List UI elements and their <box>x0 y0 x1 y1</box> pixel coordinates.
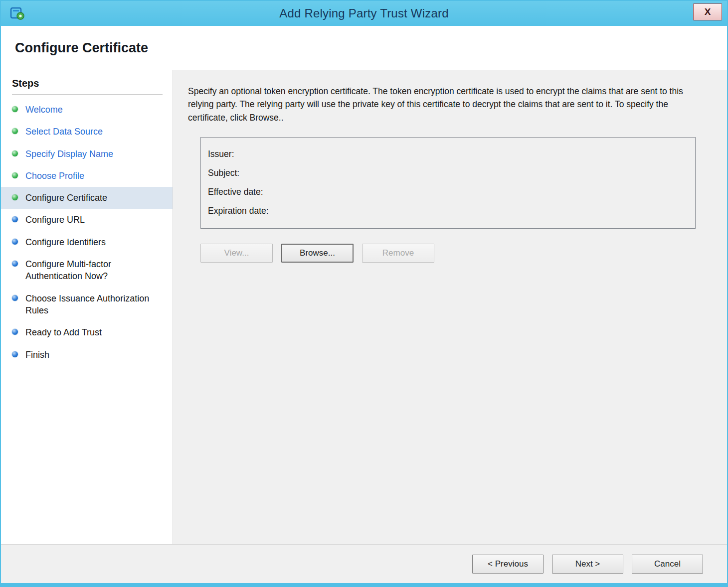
steps-heading: Steps <box>12 78 163 95</box>
sidebar-item-choose-issuance-rules: Choose Issuance Authorization Rules <box>1 288 173 322</box>
sidebar-item-configure-mfa: Configure Multi-factor Authentication No… <box>1 253 173 288</box>
step-label: Welcome <box>25 104 63 116</box>
certificate-details-box: Issuer: Subject: Effective date: Expirat… <box>200 137 696 229</box>
sidebar-item-select-data-source[interactable]: Select Data Source <box>1 121 173 143</box>
certificate-field-issuer: Issuer: <box>208 145 688 163</box>
page-title: Configure Certificate <box>15 40 148 56</box>
field-label: Expiration date: <box>208 201 269 220</box>
step-label: Ready to Add Trust <box>25 326 102 338</box>
step-label: Choose Profile <box>25 170 84 182</box>
sidebar-item-configure-identifiers: Configure Identifiers <box>1 231 173 253</box>
step-todo-bullet-icon <box>12 329 18 335</box>
title-bar: Add Relying Party Trust Wizard X <box>1 1 727 26</box>
step-todo-bullet-icon <box>12 261 18 267</box>
sidebar-item-configure-url: Configure URL <box>1 209 173 231</box>
close-button[interactable]: X <box>693 3 722 20</box>
step-label: Select Data Source <box>25 126 103 138</box>
step-label: Configure Multi-factor Authentication No… <box>25 258 150 283</box>
step-done-bullet-icon <box>12 172 18 178</box>
step-todo-bullet-icon <box>12 351 18 357</box>
sidebar-item-ready-to-add-trust: Ready to Add Trust <box>1 321 173 343</box>
certificate-actions: View... Browse... Remove <box>200 244 697 263</box>
wizard-icon <box>10 6 25 21</box>
step-label: Choose Issuance Authorization Rules <box>25 293 150 317</box>
next-button[interactable]: Next > <box>552 555 623 574</box>
browse-button[interactable]: Browse... <box>281 244 354 263</box>
cancel-button[interactable]: Cancel <box>632 555 703 574</box>
sidebar-item-specify-display-name[interactable]: Specify Display Name <box>1 143 173 165</box>
remove-button[interactable]: Remove <box>362 244 434 263</box>
step-done-bullet-icon <box>12 106 18 112</box>
certificate-field-expiration-date: Expiration date: <box>208 201 688 220</box>
step-todo-bullet-icon <box>12 295 18 301</box>
step-todo-bullet-icon <box>12 216 18 222</box>
view-button[interactable]: View... <box>200 244 273 263</box>
instruction-text: Specify an optional token encryption cer… <box>188 85 697 124</box>
sidebar-item-welcome[interactable]: Welcome <box>1 99 173 121</box>
step-label: Configure Certificate <box>25 192 107 204</box>
wizard-window: Add Relying Party Trust Wizard X Configu… <box>0 0 728 587</box>
sidebar-item-choose-profile[interactable]: Choose Profile <box>1 165 173 187</box>
certificate-field-effective-date: Effective date: <box>208 182 688 201</box>
wizard-footer: < Previous Next > Cancel <box>1 544 727 583</box>
steps-list: Welcome Select Data Source Specify Displ… <box>12 99 163 366</box>
certificate-field-subject: Subject: <box>208 163 688 182</box>
previous-button[interactable]: < Previous <box>472 555 544 574</box>
step-label: Specify Display Name <box>25 148 113 160</box>
window-title: Add Relying Party Trust Wizard <box>1 6 727 20</box>
step-done-bullet-icon <box>12 128 18 134</box>
content-panel: Specify an optional token encryption cer… <box>173 70 727 544</box>
field-label: Subject: <box>208 163 239 182</box>
step-label: Finish <box>25 349 49 361</box>
sidebar-item-finish: Finish <box>1 344 173 366</box>
step-done-bullet-icon <box>12 150 18 156</box>
field-label: Issuer: <box>208 145 234 163</box>
wizard-body: Steps Welcome Select Data Source Specify… <box>1 70 727 544</box>
page-header: Configure Certificate <box>1 26 727 70</box>
step-label: Configure URL <box>25 214 85 226</box>
field-label: Effective date: <box>208 182 263 201</box>
step-todo-bullet-icon <box>12 239 18 245</box>
sidebar-item-configure-certificate: Configure Certificate <box>1 187 173 209</box>
step-current-bullet-icon <box>12 194 18 200</box>
step-label: Configure Identifiers <box>25 236 106 248</box>
steps-sidebar: Steps Welcome Select Data Source Specify… <box>1 70 173 544</box>
